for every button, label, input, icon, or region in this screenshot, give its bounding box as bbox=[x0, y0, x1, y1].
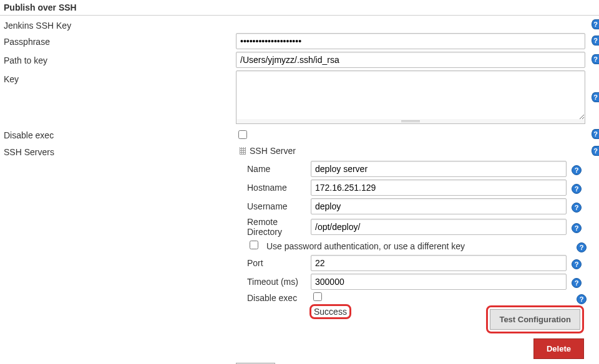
help-icon[interactable]: ? bbox=[592, 129, 599, 139]
row-server-timeout: Timeout (ms) ? bbox=[236, 272, 592, 291]
row-passphrase: Passphrase ? bbox=[0, 32, 599, 50]
row-server-name: Name ? bbox=[236, 160, 592, 178]
label-server-port: Port bbox=[236, 258, 311, 268]
drag-handle-icon[interactable] bbox=[240, 147, 246, 155]
row-server-port: Port ? bbox=[236, 254, 592, 272]
row-server-disable-exec: Disable exec ? bbox=[236, 291, 592, 304]
help-icon[interactable]: ? bbox=[592, 54, 599, 64]
help-icon[interactable]: ? bbox=[592, 146, 599, 156]
help-icon[interactable]: ? bbox=[572, 203, 582, 213]
ssh-server-block: Name ? Hostname ? Username ? Remote Dire… bbox=[236, 160, 592, 359]
label-server-remote-directory: Remote Directory bbox=[236, 217, 311, 237]
label-use-password-auth: Use password authentication, or use a di… bbox=[266, 241, 465, 251]
ssh-server-header: SSH Server bbox=[236, 143, 296, 158]
row-ssh-servers: SSH Servers SSH Server ? bbox=[0, 142, 599, 160]
label-server-disable-exec: Disable exec bbox=[236, 293, 311, 303]
row-server-remote-directory: Remote Directory ? bbox=[236, 216, 592, 238]
row-server-hostname: Hostname ? bbox=[236, 178, 592, 197]
use-password-auth-checkbox[interactable] bbox=[250, 241, 258, 249]
test-status-text: Success bbox=[314, 307, 347, 317]
help-icon[interactable]: ? bbox=[592, 92, 599, 102]
server-hostname-input[interactable] bbox=[311, 180, 567, 196]
section-title: Publish over SSH bbox=[0, 0, 599, 16]
success-highlight: Success bbox=[309, 304, 351, 319]
help-icon[interactable]: ? bbox=[572, 259, 582, 269]
ssh-server-header-label: SSH Server bbox=[250, 146, 296, 156]
test-button-highlight: Test Configuration bbox=[486, 305, 584, 333]
label-jenkins-ssh-key: Jenkins SSH Key bbox=[4, 17, 236, 31]
help-icon[interactable]: ? bbox=[592, 36, 599, 46]
passphrase-input[interactable] bbox=[236, 33, 585, 49]
help-icon[interactable]: ? bbox=[592, 19, 599, 29]
label-passphrase: Passphrase bbox=[4, 33, 236, 47]
path-to-key-input[interactable] bbox=[236, 52, 585, 68]
textarea-resize-handle[interactable] bbox=[236, 119, 585, 124]
server-port-input[interactable] bbox=[311, 255, 567, 271]
row-use-password-auth: Use password authentication, or use a di… bbox=[236, 238, 592, 254]
help-icon[interactable]: ? bbox=[572, 278, 582, 288]
server-name-input[interactable] bbox=[311, 161, 567, 177]
help-icon[interactable]: ? bbox=[572, 223, 582, 233]
help-icon[interactable]: ? bbox=[577, 294, 587, 304]
delete-button[interactable]: Delete bbox=[533, 338, 584, 359]
row-path-to-key: Path to key ? bbox=[0, 50, 599, 69]
label-disable-exec: Disable exec bbox=[4, 127, 236, 140]
row-jenkins-ssh-key: Jenkins SSH Key ? bbox=[0, 16, 599, 32]
label-key: Key bbox=[4, 70, 236, 84]
help-icon[interactable]: ? bbox=[577, 242, 587, 252]
label-server-hostname: Hostname bbox=[236, 183, 311, 193]
row-server-username: Username ? bbox=[236, 197, 592, 216]
server-timeout-input[interactable] bbox=[311, 274, 567, 290]
label-server-timeout: Timeout (ms) bbox=[236, 277, 311, 287]
row-disable-exec: Disable exec ? bbox=[0, 125, 599, 142]
help-icon[interactable]: ? bbox=[572, 165, 582, 175]
help-icon[interactable]: ? bbox=[572, 184, 582, 194]
label-server-name: Name bbox=[236, 164, 311, 174]
key-textarea[interactable] bbox=[236, 70, 585, 120]
label-ssh-servers: SSH Servers bbox=[4, 143, 236, 157]
disable-exec-checkbox[interactable] bbox=[238, 130, 247, 139]
label-server-username: Username bbox=[236, 201, 311, 211]
server-disable-exec-checkbox[interactable] bbox=[313, 292, 322, 301]
label-path-to-key: Path to key bbox=[4, 52, 236, 65]
test-configuration-button[interactable]: Test Configuration bbox=[490, 309, 580, 330]
row-key: Key ? bbox=[0, 69, 599, 125]
server-remote-directory-input[interactable] bbox=[311, 219, 567, 235]
server-username-input[interactable] bbox=[311, 198, 567, 214]
